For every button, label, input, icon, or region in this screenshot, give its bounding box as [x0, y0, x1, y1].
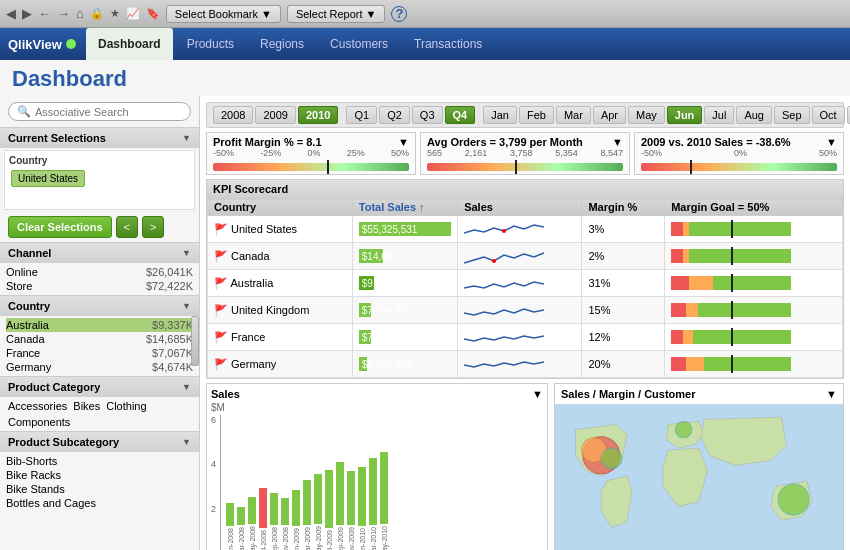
col-margin[interactable]: Margin %	[582, 199, 665, 216]
sales-sparkline-cell	[458, 243, 582, 270]
country-item-canada[interactable]: Canada$14,685K	[6, 332, 193, 346]
bar-label: Nov-2008	[282, 527, 289, 550]
time-filter-bar: 2008 2009 2010 Q1 Q2 Q3 Q4 Jan Feb Mar A…	[206, 102, 844, 128]
channel-header[interactable]: Channel ▼	[0, 243, 199, 263]
product-subcategory-header[interactable]: Product Subcategory ▼	[0, 432, 199, 452]
sales-sparkline-cell	[458, 351, 582, 378]
cat-components[interactable]: Components	[6, 415, 72, 429]
country-header[interactable]: Country ▼	[0, 296, 199, 316]
subcat-bottles[interactable]: Bottles and Cages	[6, 496, 193, 510]
kpi-orders-arrow[interactable]: ▼	[612, 136, 623, 148]
sep-button[interactable]: Sep	[774, 106, 810, 124]
back-icon[interactable]: ◀	[6, 6, 16, 21]
jun-button[interactable]: Jun	[667, 106, 703, 124]
forward2-icon[interactable]: →	[57, 6, 70, 21]
jan-button[interactable]: Jan	[483, 106, 517, 124]
country-item-australia[interactable]: Australia$9,337K	[6, 318, 193, 332]
year-2009-button[interactable]: 2009	[255, 106, 295, 124]
jul-button[interactable]: Jul	[704, 106, 734, 124]
forward-icon[interactable]: ▶	[22, 6, 32, 21]
aug-button[interactable]: Aug	[736, 106, 772, 124]
current-selections-area: Country United States	[4, 150, 195, 210]
channel-item-online[interactable]: Online$26,041K	[6, 265, 193, 279]
subcat-bike-racks[interactable]: Bike Racks	[6, 468, 193, 482]
kpi-sales-comp-arrow[interactable]: ▼	[826, 136, 837, 148]
chart-icon[interactable]: 📈	[126, 7, 140, 20]
back2-icon[interactable]: ←	[38, 6, 51, 21]
bar-label: Jan-2008	[227, 528, 234, 550]
q1-button[interactable]: Q1	[346, 106, 377, 124]
nav-tab-products[interactable]: Products	[175, 28, 246, 60]
selection-item[interactable]: United States	[11, 170, 85, 187]
back-selection-button[interactable]: <	[116, 216, 138, 238]
clear-selections-button[interactable]: Clear Selections	[8, 216, 112, 238]
cat-bikes[interactable]: Bikes	[71, 399, 102, 413]
margin-goal-cell	[665, 324, 843, 351]
bar-chart-area: Jan-2008Mar-2008May-2008Jul-2008Sep-2008…	[220, 415, 543, 550]
lock-icon[interactable]: 🔒	[90, 7, 104, 20]
col-margin-goal[interactable]: Margin Goal = 50%	[665, 199, 843, 216]
star-icon[interactable]: ★	[110, 7, 120, 20]
q2-button[interactable]: Q2	[379, 106, 410, 124]
home-icon[interactable]: ⌂	[76, 6, 84, 21]
channel-item-store[interactable]: Store$72,422K	[6, 279, 193, 293]
nav-tab-transactions[interactable]: Transactions	[402, 28, 494, 60]
col-sales[interactable]: Sales	[458, 199, 582, 216]
help-icon[interactable]: ?	[391, 6, 407, 22]
subcat-bike-stands[interactable]: Bike Stands	[6, 482, 193, 496]
search-input[interactable]	[35, 106, 182, 118]
kpi-profit-arrow[interactable]: ▼	[398, 136, 409, 148]
cat-accessories[interactable]: Accessories	[6, 399, 69, 413]
country-item-france[interactable]: France$7,067K	[6, 346, 193, 360]
svg-point-1	[492, 259, 496, 263]
q4-button[interactable]: Q4	[445, 106, 476, 124]
country-item-germany[interactable]: Germany$4,674K	[6, 360, 193, 374]
bar-item: Sep-2008	[269, 493, 279, 550]
app-logo: QlikView	[8, 37, 76, 52]
cat-clothing[interactable]: Clothing	[104, 399, 148, 413]
nav-tab-regions[interactable]: Regions	[248, 28, 316, 60]
nav-tab-dashboard[interactable]: Dashboard	[86, 28, 173, 60]
year-2008-button[interactable]: 2008	[213, 106, 253, 124]
col-total-sales[interactable]: Total Sales ↑	[352, 199, 457, 216]
apr-button[interactable]: Apr	[593, 106, 626, 124]
total-sales-cell: $4,674,018	[352, 351, 457, 378]
bar-fill	[226, 503, 234, 526]
select-bookmark-button[interactable]: Select Bookmark ▼	[166, 5, 281, 23]
oct-button[interactable]: Oct	[812, 106, 845, 124]
col-country[interactable]: Country	[208, 199, 353, 216]
forward-selection-button[interactable]: >	[142, 216, 164, 238]
year-2010-button[interactable]: 2010	[298, 106, 338, 124]
map-dropdown[interactable]: ▼	[826, 388, 837, 400]
mar-button[interactable]: Mar	[556, 106, 591, 124]
bar-label: May-2010	[381, 526, 388, 550]
bar-fill	[259, 488, 267, 529]
channel-section: Channel ▼ Online$26,041K Store$72,422K	[0, 242, 199, 295]
q3-button[interactable]: Q3	[412, 106, 443, 124]
product-subcategory-section: Product Subcategory ▼ Bib-Shorts Bike Ra…	[0, 431, 199, 512]
bar-fill	[281, 498, 289, 525]
sales-chart-dropdown[interactable]: ▼	[532, 388, 543, 400]
current-selections-header[interactable]: Current Selections ▼	[0, 128, 199, 148]
may-button[interactable]: May	[628, 106, 665, 124]
sales-chart-inner: 6 4 2 0 Jan-2008Mar-2008May-2008Jul-2008…	[211, 415, 543, 550]
country-section: Country ▼ Australia$9,337K Canada$14,685…	[0, 295, 199, 376]
scorecard-table: Country Total Sales ↑ Sales Margin % Mar…	[207, 198, 843, 378]
bookmark-icon[interactable]: 🔖	[146, 7, 160, 20]
bar-item: Jan-2009	[291, 490, 301, 550]
kpi-row: Profit Margin % = 8.1 ▼ -50%-25%0%25%50%…	[206, 132, 844, 175]
bar-label: Mar-2009	[304, 527, 311, 550]
bar-item: Mar-2009	[302, 480, 312, 550]
nav-tab-customers[interactable]: Customers	[318, 28, 400, 60]
kpi-orders-label: Avg Orders = 3,799 per Month	[427, 136, 583, 148]
product-category-header[interactable]: Product Category ▼	[0, 377, 199, 397]
select-report-button[interactable]: Select Report ▼	[287, 5, 386, 23]
right-content: 2008 2009 2010 Q1 Q2 Q3 Q4 Jan Feb Mar A…	[200, 96, 850, 550]
feb-button[interactable]: Feb	[519, 106, 554, 124]
bar-fill	[314, 474, 322, 524]
country-cell: 🚩 United Kingdom	[208, 297, 353, 324]
country-cell: 🚩 Australia	[208, 270, 353, 297]
margin-goal-cell	[665, 297, 843, 324]
bar-fill	[270, 493, 278, 525]
subcat-bib-shorts[interactable]: Bib-Shorts	[6, 454, 193, 468]
